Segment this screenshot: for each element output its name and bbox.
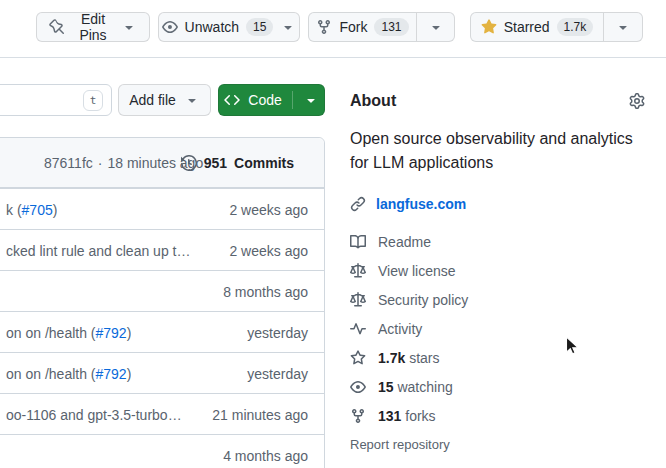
file-table: 87611fc · 18 minutes ago 951 Commits k (…	[0, 137, 325, 468]
commit-message[interactable]: on on /health (#792)	[6, 353, 131, 394]
issue-link[interactable]: #705	[22, 202, 53, 218]
book-icon	[350, 234, 366, 250]
fork-icon	[316, 19, 332, 35]
starred-label: Starred	[504, 19, 550, 35]
fork-count-badge: 131	[374, 18, 408, 36]
table-row: on on /health (#792) yesterday	[0, 352, 324, 393]
unwatch-label: Unwatch	[185, 19, 239, 35]
stars-link[interactable]: 1.7k stars	[350, 343, 645, 372]
commit-age[interactable]: 2 weeks ago	[229, 189, 308, 230]
go-to-file-input[interactable]: t	[0, 84, 112, 116]
issue-link[interactable]: #792	[96, 366, 127, 382]
eye-icon	[162, 19, 178, 35]
edit-pins-button[interactable]: Edit Pins	[36, 12, 150, 42]
report-repository-link[interactable]: Report repository	[350, 430, 645, 459]
unwatch-button[interactable]: Unwatch 15	[158, 12, 300, 42]
fork-label: Fork	[339, 19, 367, 35]
add-file-label: Add file	[129, 92, 176, 108]
latest-commit-bar: 87611fc · 18 minutes ago 951 Commits	[0, 138, 324, 188]
chevron-down-icon	[121, 19, 137, 35]
add-file-button[interactable]: Add file	[118, 84, 211, 116]
commit-age[interactable]: yesterday	[247, 312, 308, 353]
table-row: oo-1106 and gpt-3.5-turbo… 21 minutes ag…	[0, 393, 324, 434]
view-license-link[interactable]: View license	[350, 256, 645, 285]
table-row: k (#705) 2 weeks ago	[0, 188, 324, 229]
website-link[interactable]: langfuse.com	[376, 196, 466, 212]
commit-message[interactable]: k (#705)	[6, 189, 57, 230]
star-split-button: Starred 1.7k	[470, 12, 643, 42]
chevron-down-icon	[428, 19, 444, 35]
dot-separator: ·	[98, 155, 103, 171]
eye-icon	[350, 379, 366, 395]
star-icon	[350, 350, 366, 366]
commit-message[interactable]: cked lint rule and clean up t…	[6, 230, 190, 271]
pulse-icon	[350, 321, 366, 337]
watching-link[interactable]: 15 watching	[350, 372, 645, 401]
pin-icon	[49, 19, 65, 35]
repo-description: Open source observability and analytics …	[350, 127, 645, 175]
watch-count-badge: 15	[246, 18, 273, 36]
chevron-down-icon	[184, 92, 200, 108]
law-icon	[350, 292, 366, 308]
commits-label: Commits	[234, 155, 294, 171]
code-button-divider	[292, 91, 293, 109]
chevron-down-icon	[280, 19, 296, 35]
commits-count: 951	[204, 155, 227, 171]
chevron-down-icon	[303, 92, 319, 108]
star-filled-icon	[481, 19, 497, 35]
link-icon	[350, 196, 366, 212]
code-button[interactable]: Code	[218, 84, 325, 116]
commit-age[interactable]: yesterday	[247, 353, 308, 394]
law-icon	[350, 263, 366, 279]
edit-pins-label: Edit Pins	[72, 11, 114, 43]
website-row: langfuse.com	[350, 193, 645, 215]
commit-age[interactable]: 4 months ago	[223, 435, 308, 468]
commit-age[interactable]: 2 weeks ago	[229, 230, 308, 271]
commit-message[interactable]: oo-1106 and gpt-3.5-turbo…	[6, 394, 182, 435]
star-count-badge: 1.7k	[557, 18, 594, 36]
issue-link[interactable]: #792	[96, 325, 127, 341]
commit-hash-link[interactable]: 87611fc	[44, 155, 93, 171]
commit-history-link[interactable]: 951 Commits	[181, 138, 294, 188]
code-label: Code	[248, 92, 281, 108]
fork-icon	[350, 408, 366, 424]
commit-age[interactable]: 8 months ago	[223, 271, 308, 312]
table-row: on on /health (#792) yesterday	[0, 311, 324, 352]
table-row: cked lint rule and clean up t… 2 weeks a…	[0, 229, 324, 270]
chevron-down-icon	[615, 19, 631, 35]
star-dropdown-button[interactable]	[603, 12, 643, 42]
about-section: About Open source observability and anal…	[350, 88, 645, 459]
commit-age[interactable]: 21 minutes ago	[212, 394, 308, 435]
history-icon	[181, 155, 197, 171]
latest-commit-meta: 87611fc · 18 minutes ago	[44, 138, 203, 188]
fork-dropdown-button[interactable]	[416, 12, 455, 42]
readme-link[interactable]: Readme	[350, 227, 645, 256]
keyboard-shortcut-hint: t	[83, 90, 103, 111]
activity-link[interactable]: Activity	[350, 314, 645, 343]
about-links: Readme View license Security policy Acti…	[350, 227, 645, 459]
commit-message[interactable]: on on /health (#792)	[6, 312, 131, 353]
starred-button[interactable]: Starred 1.7k	[470, 12, 603, 42]
fork-split-button: Fork 131	[308, 12, 455, 42]
forks-link[interactable]: 131 forks	[350, 401, 645, 430]
security-policy-link[interactable]: Security policy	[350, 285, 645, 314]
header-divider	[0, 57, 666, 58]
table-row: 8 months ago	[0, 270, 324, 311]
table-row: 4 months ago	[0, 434, 324, 468]
gear-icon[interactable]	[629, 93, 645, 109]
code-icon	[224, 92, 240, 108]
about-title: About	[350, 92, 396, 110]
repo-action-bar: Edit Pins Unwatch 15 Fork 131	[0, 0, 666, 57]
fork-button[interactable]: Fork 131	[308, 12, 416, 42]
